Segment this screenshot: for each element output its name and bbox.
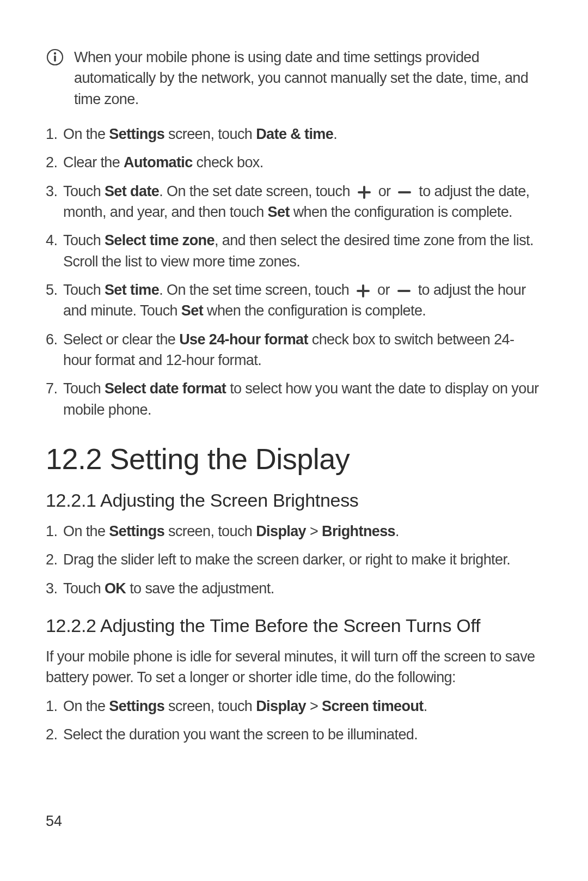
step-text: Clear the Automatic check box. [63, 152, 542, 173]
list-item: 2. Select the duration you want the scre… [46, 724, 542, 745]
step-text: Select or clear the Use 24-hour format c… [63, 329, 542, 371]
step-text: Touch Set time. On the set time screen, … [63, 280, 542, 321]
list-item: 2. Clear the Automatic check box. [46, 152, 542, 173]
info-icon [46, 48, 64, 66]
step-text: On the Settings screen, touch Display > … [63, 521, 542, 542]
list-item: 5. Touch Set time. On the set time scree… [46, 280, 542, 321]
step-text: On the Settings screen, touch Display > … [63, 696, 542, 716]
svg-point-1 [54, 52, 56, 54]
step-number: 2. [46, 724, 61, 745]
subsection-heading: 12.2.2 Adjusting the Time Before the Scr… [46, 615, 542, 636]
step-text: Touch Select date format to select how y… [63, 378, 542, 420]
step-text: Touch OK to save the adjustment. [63, 578, 542, 599]
list-item: 6. Select or clear the Use 24-hour forma… [46, 329, 542, 371]
step-text: Select the duration you want the screen … [63, 724, 542, 745]
step-text: On the Settings screen, touch Date & tim… [63, 124, 542, 144]
step-number: 7. [46, 378, 61, 420]
subsection-heading: 12.2.1 Adjusting the Screen Brightness [46, 490, 542, 511]
plus-icon [354, 185, 375, 199]
info-note-text: When your mobile phone is using date and… [74, 47, 542, 110]
list-item: 1. On the Settings screen, touch Display… [46, 696, 542, 716]
list-item: 3. Touch Set date. On the set date scree… [46, 181, 542, 223]
list-item: 2. Drag the slider left to make the scre… [46, 549, 542, 570]
list-item: 1. On the Settings screen, touch Display… [46, 521, 542, 542]
step-number: 2. [46, 152, 61, 173]
step-number: 6. [46, 329, 61, 371]
subsection-timeout: 12.2.2 Adjusting the Time Before the Scr… [46, 615, 542, 745]
list-item: 1. On the Settings screen, touch Date & … [46, 124, 542, 144]
section-heading: 12.2 Setting the Display [46, 442, 542, 476]
step-text: Drag the slider left to make the screen … [63, 549, 542, 570]
step-number: 1. [46, 521, 61, 542]
step-number: 1. [46, 696, 61, 716]
step-number: 4. [46, 230, 61, 272]
step-text: Touch Set date. On the set date screen, … [63, 181, 542, 223]
minus-icon [394, 185, 415, 199]
step-number: 5. [46, 280, 61, 321]
page-number: 54 [46, 813, 62, 830]
minus-icon [394, 284, 414, 298]
step-number: 1. [46, 124, 61, 144]
list-item: 7. Touch Select date format to select ho… [46, 378, 542, 420]
list-item: 4. Touch Select time zone, and then sele… [46, 230, 542, 272]
page-content: When your mobile phone is using date and… [46, 47, 542, 761]
step-number: 3. [46, 578, 61, 599]
subsection-brightness: 12.2.1 Adjusting the Screen Brightness 1… [46, 490, 542, 599]
step-number: 2. [46, 549, 61, 570]
step-text: Touch Select time zone, and then select … [63, 230, 542, 272]
info-note: When your mobile phone is using date and… [46, 47, 542, 110]
intro-paragraph: If your mobile phone is idle for several… [46, 646, 542, 688]
list-item: 3. Touch OK to save the adjustment. [46, 578, 542, 599]
step-number: 3. [46, 181, 61, 223]
date-time-steps: 1. On the Settings screen, touch Date & … [46, 124, 542, 420]
svg-rect-2 [54, 56, 56, 62]
plus-icon [353, 284, 373, 298]
